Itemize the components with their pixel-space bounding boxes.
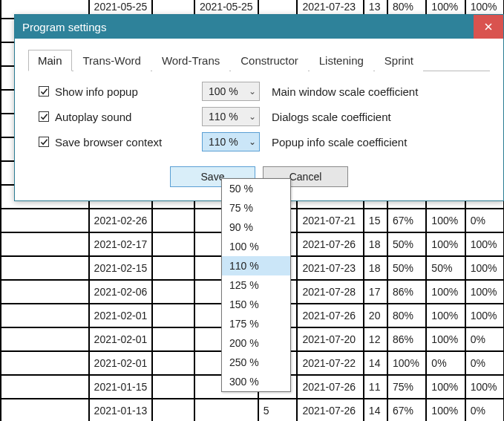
scale-combo[interactable]: 110 %⌄ — [202, 107, 260, 126]
table-cell — [152, 232, 194, 256]
table-cell: 2021-02-01 — [89, 351, 153, 375]
chevron-down-icon: ⌄ — [249, 137, 256, 147]
table-cell: 100% — [426, 375, 465, 399]
table-cell: 100% — [387, 351, 426, 375]
dropdown-item[interactable]: 50 % — [222, 179, 290, 198]
table-cell: 50% — [387, 256, 426, 280]
dropdown-item[interactable]: 90 % — [222, 218, 290, 237]
table-cell: 11 — [364, 375, 387, 399]
checkbox[interactable] — [39, 86, 49, 97]
checkbox-label: Show info popup — [55, 85, 138, 98]
table-cell: 2021-07-22 — [297, 351, 363, 375]
setting-description: Dialogs scale coefficient — [272, 111, 391, 123]
tab-trans-word[interactable]: Trans-Word — [73, 50, 151, 71]
table-cell: 2021-07-26 — [297, 399, 363, 421]
table-cell: 15 — [364, 209, 387, 232]
table-cell — [1, 256, 89, 280]
table-cell — [152, 209, 194, 232]
table-cell: 2021-02-15 — [89, 256, 153, 280]
tab-listening[interactable]: Listening — [310, 50, 373, 71]
table-cell: 12 — [364, 327, 387, 351]
dropdown-item[interactable]: 110 % — [222, 256, 290, 275]
table-cell: 2021-07-26 — [297, 232, 363, 256]
table-cell — [152, 327, 194, 351]
dropdown-item[interactable]: 150 % — [222, 295, 290, 314]
dropdown-item[interactable]: 175 % — [222, 314, 290, 333]
table-cell: 5 — [258, 399, 298, 421]
table-cell — [1, 232, 89, 256]
combo-value: 100 % — [209, 85, 238, 97]
table-cell: 17 — [364, 280, 387, 304]
table-cell: 14 — [364, 351, 387, 375]
setting-row: Autoplay sound110 %⌄Dialogs scale coeffi… — [39, 107, 490, 126]
dropdown-item[interactable]: 100 % — [222, 237, 290, 256]
table-cell: 67% — [387, 209, 426, 232]
table-cell: 100% — [465, 304, 504, 327]
table-cell — [1, 304, 89, 327]
setting-row: Save browser context110 %⌄Popup info sca… — [39, 132, 490, 151]
tab-word-trans[interactable]: Word-Trans — [152, 50, 229, 71]
checkbox[interactable] — [39, 137, 49, 147]
table-cell: 67% — [387, 399, 426, 421]
table-cell: 100% — [465, 375, 504, 399]
program-settings-dialog: Program settings MainTrans-WordWord-Tran… — [14, 14, 504, 201]
table-cell — [152, 375, 194, 399]
chevron-down-icon: ⌄ — [249, 86, 256, 97]
setting-description: Main window scale coefficient — [272, 85, 418, 98]
table-cell: 14 — [364, 399, 387, 421]
table-cell: 50% — [387, 232, 426, 256]
table-cell — [152, 256, 194, 280]
tab-main[interactable]: Main — [28, 50, 72, 71]
table-cell — [1, 209, 89, 232]
tab-sprint[interactable]: Sprint — [375, 50, 423, 71]
checkbox-label: Autoplay sound — [55, 111, 131, 123]
table-cell — [152, 351, 194, 375]
table-cell: 0% — [426, 351, 465, 375]
table-cell: 100% — [426, 232, 465, 256]
table-cell: 2021-07-23 — [297, 256, 363, 280]
table-cell: 18 — [364, 232, 387, 256]
dropdown-item[interactable]: 75 % — [222, 198, 290, 218]
scale-dropdown-list[interactable]: 50 %75 %90 %100 %110 %125 %150 %175 %200… — [221, 178, 291, 392]
table-cell: 100% — [426, 280, 465, 304]
table-cell — [152, 280, 194, 304]
table-cell — [1, 351, 89, 375]
table-cell — [1, 280, 89, 304]
setting-row: Show info popup100 %⌄Main window scale c… — [39, 82, 490, 101]
table-cell: 2021-02-17 — [89, 232, 153, 256]
table-cell: 100% — [465, 280, 504, 304]
table-cell: 20 — [364, 304, 387, 327]
table-cell: 75% — [387, 375, 426, 399]
table-cell: 0% — [465, 209, 504, 232]
scale-combo[interactable]: 100 %⌄ — [202, 82, 260, 101]
table-cell: 2021-07-26 — [297, 304, 363, 327]
table-cell — [1, 327, 89, 351]
tab-bar: MainTrans-WordWord-TransConstructorListe… — [28, 49, 490, 71]
dropdown-item[interactable]: 300 % — [222, 372, 290, 391]
dropdown-item[interactable]: 200 % — [222, 333, 290, 353]
dropdown-item[interactable]: 250 % — [222, 353, 290, 372]
table-cell — [1, 375, 89, 399]
checkbox[interactable] — [39, 111, 49, 122]
dialog-title: Program settings — [22, 21, 106, 33]
table-cell: 2021-02-26 — [89, 209, 153, 232]
table-cell: 100% — [426, 327, 465, 351]
table-cell: 100% — [465, 232, 504, 256]
table-cell: 2021-07-28 — [297, 280, 363, 304]
tab-constructor[interactable]: Constructor — [231, 50, 308, 71]
table-cell: 2021-02-01 — [89, 327, 153, 351]
table-cell — [194, 399, 258, 421]
scale-combo[interactable]: 110 %⌄ — [202, 132, 260, 151]
table-cell: 2021-01-15 — [89, 375, 153, 399]
table-cell: 86% — [387, 280, 426, 304]
close-button[interactable] — [474, 15, 503, 39]
table-cell — [152, 304, 194, 327]
table-cell: 100% — [465, 256, 504, 280]
table-cell: 0% — [465, 399, 504, 421]
table-cell — [1, 399, 89, 421]
table-cell: 2021-07-21 — [297, 209, 363, 232]
table-cell: 2021-02-01 — [89, 304, 153, 327]
table-cell: 0% — [465, 327, 504, 351]
table-cell: 100% — [426, 209, 465, 232]
dropdown-item[interactable]: 125 % — [222, 275, 290, 295]
